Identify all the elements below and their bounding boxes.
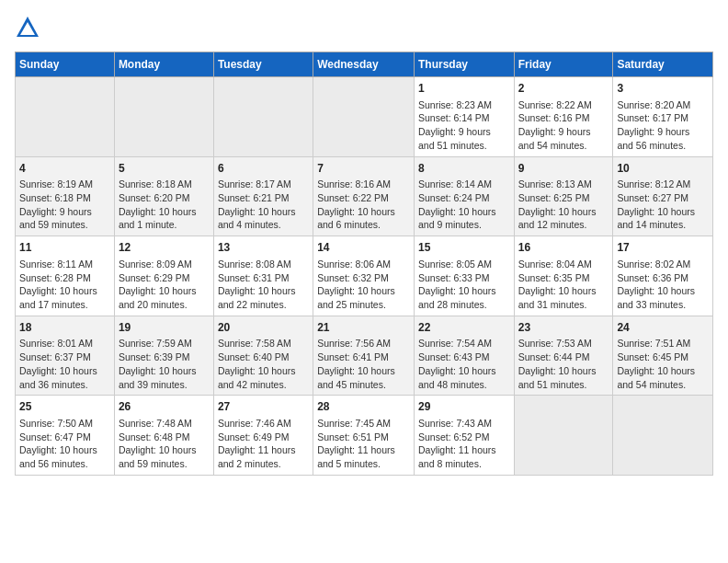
- day-info: Sunrise: 7:50 AM Sunset: 6:47 PM Dayligh…: [19, 417, 110, 471]
- calendar-cell: 7Sunrise: 8:16 AM Sunset: 6:22 PM Daylig…: [313, 156, 415, 236]
- calendar-cell: 21Sunrise: 7:56 AM Sunset: 6:41 PM Dayli…: [313, 316, 415, 396]
- day-info: Sunrise: 8:13 AM Sunset: 6:25 PM Dayligh…: [518, 178, 609, 232]
- day-info: Sunrise: 8:11 AM Sunset: 6:28 PM Dayligh…: [19, 258, 110, 312]
- calendar-cell: 25Sunrise: 7:50 AM Sunset: 6:47 PM Dayli…: [16, 396, 115, 476]
- calendar-cell: [114, 77, 213, 157]
- day-number: 3: [617, 81, 709, 97]
- day-number: 16: [518, 240, 609, 256]
- day-number: 9: [518, 161, 609, 177]
- day-info: Sunrise: 8:09 AM Sunset: 6:29 PM Dayligh…: [119, 258, 210, 312]
- calendar-cell: 10Sunrise: 8:12 AM Sunset: 6:27 PM Dayli…: [613, 156, 713, 236]
- day-number: 17: [617, 240, 709, 256]
- calendar-cell: 16Sunrise: 8:04 AM Sunset: 6:35 PM Dayli…: [514, 236, 613, 316]
- calendar-cell: 22Sunrise: 7:54 AM Sunset: 6:43 PM Dayli…: [414, 316, 514, 396]
- day-number: 5: [119, 161, 210, 177]
- day-number: 14: [317, 240, 410, 256]
- day-info: Sunrise: 8:02 AM Sunset: 6:36 PM Dayligh…: [617, 258, 709, 312]
- calendar-cell: 9Sunrise: 8:13 AM Sunset: 6:25 PM Daylig…: [514, 156, 613, 236]
- day-info: Sunrise: 7:53 AM Sunset: 6:44 PM Dayligh…: [518, 337, 609, 391]
- day-info: Sunrise: 8:16 AM Sunset: 6:22 PM Dayligh…: [317, 178, 410, 232]
- calendar-cell: 29Sunrise: 7:43 AM Sunset: 6:52 PM Dayli…: [414, 396, 514, 476]
- calendar-cell: 23Sunrise: 7:53 AM Sunset: 6:44 PM Dayli…: [514, 316, 613, 396]
- day-number: 28: [317, 399, 410, 415]
- calendar-cell: 2Sunrise: 8:22 AM Sunset: 6:16 PM Daylig…: [514, 77, 613, 157]
- day-number: 10: [617, 161, 709, 177]
- page-header: [15, 15, 713, 40]
- day-info: Sunrise: 8:19 AM Sunset: 6:18 PM Dayligh…: [19, 178, 110, 232]
- day-info: Sunrise: 7:46 AM Sunset: 6:49 PM Dayligh…: [218, 417, 309, 471]
- logo-icon: [15, 15, 40, 40]
- calendar-cell: [313, 77, 415, 157]
- calendar-cell: 13Sunrise: 8:08 AM Sunset: 6:31 PM Dayli…: [213, 236, 313, 316]
- calendar-cell: 4Sunrise: 8:19 AM Sunset: 6:18 PM Daylig…: [16, 156, 115, 236]
- day-info: Sunrise: 8:06 AM Sunset: 6:32 PM Dayligh…: [317, 258, 410, 312]
- col-header-sunday: Sunday: [16, 52, 115, 77]
- calendar-cell: 5Sunrise: 8:18 AM Sunset: 6:20 PM Daylig…: [114, 156, 213, 236]
- day-info: Sunrise: 7:58 AM Sunset: 6:40 PM Dayligh…: [218, 337, 309, 391]
- day-info: Sunrise: 7:45 AM Sunset: 6:51 PM Dayligh…: [317, 417, 410, 471]
- day-number: 29: [418, 399, 510, 415]
- day-number: 11: [19, 240, 110, 256]
- calendar-cell: 8Sunrise: 8:14 AM Sunset: 6:24 PM Daylig…: [414, 156, 514, 236]
- calendar-cell: 17Sunrise: 8:02 AM Sunset: 6:36 PM Dayli…: [613, 236, 713, 316]
- day-info: Sunrise: 8:05 AM Sunset: 6:33 PM Dayligh…: [418, 258, 510, 312]
- col-header-friday: Friday: [514, 52, 613, 77]
- calendar-cell: 11Sunrise: 8:11 AM Sunset: 6:28 PM Dayli…: [16, 236, 115, 316]
- calendar-cell: 15Sunrise: 8:05 AM Sunset: 6:33 PM Dayli…: [414, 236, 514, 316]
- day-info: Sunrise: 8:04 AM Sunset: 6:35 PM Dayligh…: [518, 258, 609, 312]
- day-info: Sunrise: 8:14 AM Sunset: 6:24 PM Dayligh…: [418, 178, 510, 232]
- day-number: 12: [119, 240, 210, 256]
- day-info: Sunrise: 7:51 AM Sunset: 6:45 PM Dayligh…: [617, 337, 709, 391]
- day-info: Sunrise: 7:48 AM Sunset: 6:48 PM Dayligh…: [119, 417, 210, 471]
- col-header-tuesday: Tuesday: [213, 52, 313, 77]
- col-header-saturday: Saturday: [613, 52, 713, 77]
- calendar-cell: 6Sunrise: 8:17 AM Sunset: 6:21 PM Daylig…: [213, 156, 313, 236]
- calendar-cell: [514, 396, 613, 476]
- calendar-cell: [613, 396, 713, 476]
- day-number: 15: [418, 240, 510, 256]
- day-number: 23: [518, 320, 609, 336]
- day-info: Sunrise: 7:54 AM Sunset: 6:43 PM Dayligh…: [418, 337, 510, 391]
- day-number: 24: [617, 320, 709, 336]
- day-number: 13: [218, 240, 309, 256]
- calendar-cell: 18Sunrise: 8:01 AM Sunset: 6:37 PM Dayli…: [16, 316, 115, 396]
- day-info: Sunrise: 8:18 AM Sunset: 6:20 PM Dayligh…: [119, 178, 210, 232]
- day-number: 27: [218, 399, 309, 415]
- calendar-cell: 3Sunrise: 8:20 AM Sunset: 6:17 PM Daylig…: [613, 77, 713, 157]
- day-info: Sunrise: 7:43 AM Sunset: 6:52 PM Dayligh…: [418, 417, 510, 471]
- col-header-monday: Monday: [114, 52, 213, 77]
- day-number: 6: [218, 161, 309, 177]
- day-number: 25: [19, 399, 110, 415]
- calendar-cell: 27Sunrise: 7:46 AM Sunset: 6:49 PM Dayli…: [213, 396, 313, 476]
- logo: [15, 15, 44, 40]
- day-info: Sunrise: 8:17 AM Sunset: 6:21 PM Dayligh…: [218, 178, 309, 232]
- calendar-cell: [16, 77, 115, 157]
- day-info: Sunrise: 8:01 AM Sunset: 6:37 PM Dayligh…: [19, 337, 110, 391]
- day-info: Sunrise: 7:59 AM Sunset: 6:39 PM Dayligh…: [119, 337, 210, 391]
- day-number: 4: [19, 161, 110, 177]
- calendar-cell: 28Sunrise: 7:45 AM Sunset: 6:51 PM Dayli…: [313, 396, 415, 476]
- calendar-cell: 20Sunrise: 7:58 AM Sunset: 6:40 PM Dayli…: [213, 316, 313, 396]
- day-number: 1: [418, 81, 510, 97]
- day-number: 19: [119, 320, 210, 336]
- day-number: 8: [418, 161, 510, 177]
- day-info: Sunrise: 8:12 AM Sunset: 6:27 PM Dayligh…: [617, 178, 709, 232]
- calendar-cell: 19Sunrise: 7:59 AM Sunset: 6:39 PM Dayli…: [114, 316, 213, 396]
- calendar-cell: 1Sunrise: 8:23 AM Sunset: 6:14 PM Daylig…: [414, 77, 514, 157]
- calendar-cell: 26Sunrise: 7:48 AM Sunset: 6:48 PM Dayli…: [114, 396, 213, 476]
- calendar-cell: 12Sunrise: 8:09 AM Sunset: 6:29 PM Dayli…: [114, 236, 213, 316]
- calendar-cell: [213, 77, 313, 157]
- day-number: 22: [418, 320, 510, 336]
- day-info: Sunrise: 7:56 AM Sunset: 6:41 PM Dayligh…: [317, 337, 410, 391]
- day-number: 26: [119, 399, 210, 415]
- day-number: 18: [19, 320, 110, 336]
- calendar-table: SundayMondayTuesdayWednesdayThursdayFrid…: [15, 52, 713, 476]
- day-info: Sunrise: 8:20 AM Sunset: 6:17 PM Dayligh…: [617, 98, 709, 153]
- calendar-cell: 24Sunrise: 7:51 AM Sunset: 6:45 PM Dayli…: [613, 316, 713, 396]
- col-header-wednesday: Wednesday: [313, 52, 415, 77]
- day-number: 7: [317, 161, 410, 177]
- day-number: 20: [218, 320, 309, 336]
- day-number: 21: [317, 320, 410, 336]
- col-header-thursday: Thursday: [414, 52, 514, 77]
- calendar-cell: 14Sunrise: 8:06 AM Sunset: 6:32 PM Dayli…: [313, 236, 415, 316]
